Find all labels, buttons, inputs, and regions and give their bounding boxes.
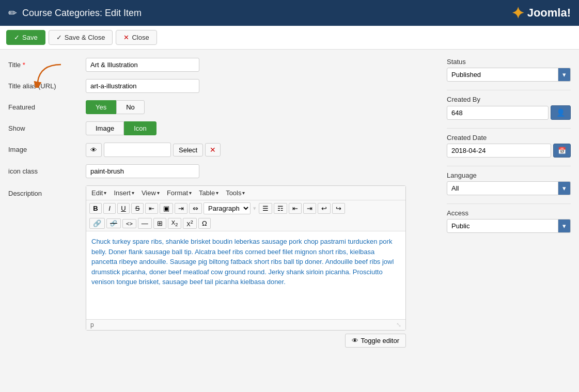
joomla-text: Joomla! (527, 6, 571, 20)
ordered-list-button[interactable]: ☶ (274, 203, 287, 214)
insert-menu-chevron: ▾ (132, 190, 134, 196)
icon-class-row: icon class (8, 164, 439, 178)
hr-button[interactable]: — (138, 218, 152, 229)
featured-label: Featured (8, 100, 86, 111)
toggle-editor-eye-icon: 👁 (352, 337, 358, 344)
right-panel: Status Published ▾ Created By 👤 Created … (447, 58, 571, 355)
editor-body[interactable]: Chuck turkey spare ribs, shankle brisket… (86, 231, 405, 319)
access-select[interactable]: Public (447, 219, 558, 233)
editor-toolbar: B I U S ⇤ ▣ ⇥ ⇔ Paragraph ▾ (86, 200, 405, 231)
toggle-editor-button[interactable]: 👁 Toggle editor (345, 334, 406, 348)
outdent-button[interactable]: ⇤ (289, 203, 302, 214)
special-chars-button[interactable]: Ω (198, 218, 211, 229)
align-center-button[interactable]: ▣ (160, 203, 173, 214)
language-dropdown-arrow[interactable]: ▾ (558, 181, 571, 195)
table-insert-button[interactable]: ⊞ (153, 218, 166, 229)
created-by-section: Created By 👤 (447, 96, 571, 120)
save-close-check-icon: ✓ (56, 34, 62, 41)
created-date-input[interactable] (447, 144, 551, 158)
view-menu-chevron: ▾ (157, 190, 160, 196)
created-by-user-button[interactable]: 👤 (551, 105, 571, 120)
image-controls: 👁 Select ✕ (86, 143, 221, 157)
description-label: Description (8, 185, 86, 197)
featured-yes-button[interactable]: Yes (86, 100, 116, 114)
main-content: Title * Title alias (URL) Featured Yes N… (0, 50, 579, 363)
redo-button[interactable]: ↪ (332, 203, 345, 214)
strikethrough-button[interactable]: S (131, 203, 144, 214)
separator-3 (447, 166, 571, 166)
link-button[interactable]: 🔗 (89, 218, 105, 229)
resize-handle[interactable]: ⤡ (396, 321, 401, 328)
access-dropdown-arrow[interactable]: ▾ (558, 219, 571, 233)
featured-no-button[interactable]: No (116, 100, 145, 114)
editor-menu-tools[interactable]: Tools ▾ (224, 188, 247, 198)
status-label: Status (447, 58, 571, 66)
show-icon-button[interactable]: Icon (124, 121, 157, 135)
editor-menu-format[interactable]: Format ▾ (165, 188, 194, 198)
status-section: Status Published ▾ (447, 58, 571, 82)
indent-button[interactable]: ⇥ (303, 203, 316, 214)
status-dropdown-container: Published ▾ (447, 68, 571, 82)
table-menu-chevron: ▾ (216, 190, 218, 196)
editor-status-bar: p ⤡ (86, 319, 405, 330)
editor-menu-table[interactable]: Table ▾ (197, 188, 221, 198)
language-section: Language All ▾ (447, 171, 571, 195)
icon-class-input[interactable] (86, 164, 199, 178)
created-date-calendar-button[interactable]: 📅 (553, 144, 571, 158)
align-justify-button[interactable]: ⇔ (189, 203, 202, 214)
superscript-button[interactable]: X2 (183, 218, 196, 229)
editor-toolbar-row2: 🔗 🔗 <> — ⊞ X2 X2 Ω (89, 218, 402, 229)
status-dropdown-arrow[interactable]: ▾ (558, 68, 571, 82)
title-input[interactable] (86, 58, 199, 72)
code-button[interactable]: <> (122, 219, 136, 228)
editor-menu-insert[interactable]: Insert ▾ (112, 188, 136, 198)
save-close-button[interactable]: ✓ Save & Close (49, 30, 113, 45)
access-dropdown-container: Public ▾ (447, 219, 571, 233)
language-select[interactable]: All (447, 181, 558, 195)
align-right-button[interactable]: ⇥ (175, 203, 187, 214)
required-asterisk: * (23, 61, 25, 69)
show-label: Show (8, 121, 86, 132)
separator-1 (447, 90, 571, 90)
created-by-row: 👤 (447, 105, 571, 120)
align-left-button[interactable]: ⇤ (145, 203, 158, 214)
app-header: ✏ Course Categories: Edit Item ✦ Joomla! (0, 0, 579, 26)
subscript-button[interactable]: X2 (168, 218, 181, 229)
paragraph-select[interactable]: Paragraph (204, 202, 251, 214)
separator-2 (447, 128, 571, 129)
unordered-list-button[interactable]: ☰ (259, 203, 272, 214)
description-row: Description Edit ▾ Insert ▾ (8, 185, 439, 348)
icon-class-label: icon class (8, 164, 86, 175)
save-check-icon: ✓ (14, 34, 20, 41)
image-text-box (104, 143, 171, 157)
title-alias-row: Title alias (URL) (8, 79, 439, 93)
editor-container: Edit ▾ Insert ▾ View ▾ Format (86, 185, 406, 348)
title-row: Title * (8, 58, 439, 72)
image-select-button[interactable]: Select (173, 144, 203, 156)
created-by-input[interactable] (447, 106, 549, 120)
italic-button[interactable]: I (103, 203, 116, 214)
unlink-button[interactable]: 🔗 (106, 218, 121, 228)
save-button[interactable]: ✓ Save (6, 30, 45, 45)
created-date-row: 📅 (447, 144, 571, 158)
status-select[interactable]: Published (447, 68, 558, 82)
image-eye-button[interactable]: 👁 (86, 143, 102, 157)
select-chevron: ▾ (253, 205, 256, 212)
title-alias-input[interactable] (86, 79, 199, 93)
format-menu-chevron: ▾ (189, 190, 192, 196)
separator-4 (447, 203, 571, 204)
language-label: Language (447, 171, 571, 179)
bold-button[interactable]: B (89, 203, 102, 214)
close-button[interactable]: ✕ Close (116, 30, 157, 45)
created-date-section: Created Date 📅 (447, 134, 571, 158)
editor-menu-view[interactable]: View ▾ (139, 188, 162, 198)
access-section: Access Public ▾ (447, 209, 571, 233)
image-row: Image 👁 Select ✕ (8, 143, 439, 157)
image-clear-button[interactable]: ✕ (205, 143, 221, 156)
undo-button[interactable]: ↩ (318, 203, 331, 214)
page-title: Course Categories: Edit Item (22, 8, 142, 19)
show-image-button[interactable]: Image (86, 121, 124, 135)
underline-button[interactable]: U (117, 203, 130, 214)
access-label: Access (447, 209, 571, 217)
editor-menu-edit[interactable]: Edit ▾ (89, 188, 108, 198)
